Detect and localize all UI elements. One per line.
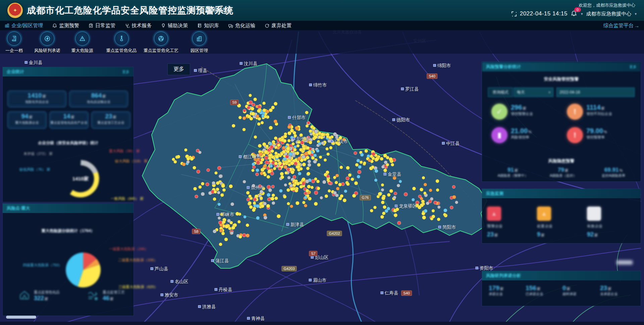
subnav-item-5[interactable]: 重点监管危化工艺 [144,32,178,54]
emergency-value: 23家 [487,231,498,238]
process-icon [87,289,99,302]
archive-book-icon [7,32,21,46]
chevron-down-icon[interactable]: ▾ [581,12,583,16]
app-title: 成都市化工危险化学品安全风险管控监测预警系统 [27,4,233,16]
enterprise-dot [260,197,263,200]
enterprise-dot [272,194,275,197]
enterprise-dot [304,204,307,207]
subnav-item-2[interactable]: 风险研判承诺 [34,32,60,54]
pie-segment-label: 一级重大危险源（245） [109,247,148,252]
nav-item-7[interactable]: 危化运输 [224,21,260,30]
enterprise-dot [381,201,385,204]
city-marker-icon [384,173,386,175]
donut-segment-label: 未评级（272） 家 [23,151,53,156]
enterprise-dot [397,221,401,225]
subnav-item-3[interactable]: 重大危险源 [71,32,93,54]
hidden-danger-stat: 91家A级隐患（预警中） [489,167,536,178]
enterprise-dot [368,159,371,162]
nav-item-2[interactable]: 监测预警 [48,21,84,30]
enterprise-dot [253,98,257,101]
map-city-label: 罗江县 [401,86,419,92]
nav-item-6[interactable]: 知识库 [193,21,224,30]
enterprise-dot [247,198,250,201]
nav-item-3[interactable]: 日常监管 [84,21,120,30]
subnav-item-4[interactable]: 重点监管危化品 [106,32,137,54]
map-city-label: 仁寿县 [381,290,398,296]
enterprise-dot [258,144,262,148]
pie-segment-label: 二级重大危险源（106） [118,258,157,263]
enterprise-dot [222,220,225,224]
enterprise-dot [280,175,284,179]
enterprise-dot [308,197,312,201]
enterprise-dot [432,215,435,218]
enterprise-dot [261,121,264,124]
system-nav-toggle[interactable]: 系统导航 [205,7,232,13]
enterprise-dot [371,165,374,169]
enterprise-dot [213,229,216,233]
nav-item-label: 废弃处置 [271,22,291,29]
nav-item-5[interactable]: 辅助决策 [156,21,193,30]
enterprise-dot [264,150,268,154]
filter-date-input[interactable]: 2022-04-16 [556,88,635,97]
enterprise-dot [230,202,234,206]
nav-item-8[interactable]: 废弃处置 [260,21,296,30]
panel-title: 企业统计 [7,69,24,75]
clipboard-icon [89,23,93,28]
panel-more-link[interactable]: 更多 [629,64,637,69]
panel-commitment-analysis: 风险研判承诺分析 179家承诺企业156家已承诺企业0家超时承诺23家未承诺企业 [482,271,641,306]
enterprise-dot [313,160,317,164]
fullscreen-icon[interactable] [512,11,517,16]
enterprise-dot [271,185,274,188]
city-marker-icon [309,279,312,281]
truck-icon [228,23,233,28]
enterprise-dot [346,166,350,170]
notification-bell[interactable]: 0 [571,10,578,17]
enterprise-dot [251,169,254,172]
app-header: ✦ 成都市化工危险化学品安全风险管控监测预警系统 系统导航 欢迎您，成都市应急救… [0,0,644,21]
campus-icon [192,32,206,46]
enterprise-dot [278,161,282,165]
enterprise-dot [304,196,307,199]
horizontal-scrollbar-thumb[interactable] [6,316,36,319]
user-menu[interactable]: 成都市应急救援中心 [586,11,631,17]
subnav-item-1[interactable]: 一企一档 [5,32,23,54]
map-city-label: 都江堰市 [239,154,261,160]
subnav-item-6[interactable]: 园区管理 [191,32,208,54]
warning-grid-stat: 79.00%管控预警率 [586,127,607,140]
enterprise-dot [335,194,338,197]
bottom-scrollbar-track [0,322,644,325]
enterprise-dot [455,201,458,204]
book-icon [197,23,202,28]
donut-center-label: 1410家 [72,176,89,182]
nav-item-label: 监测预警 [59,22,79,29]
enterprise-dot [217,191,220,194]
panel-more-link[interactable]: 更多 [122,69,129,74]
enterprise-dot [249,94,252,97]
enterprise-dot [253,202,256,205]
home-shield-icon [18,289,31,302]
platform-link[interactable]: 综合监管平台→ [603,21,639,30]
enterprise-dot [384,161,388,164]
map-city-label: 彭州市 [292,136,310,142]
notification-badge: 0 [574,7,581,12]
enterprise-dot [358,170,361,174]
chevron-down-icon[interactable]: ▾ [635,12,637,16]
nav-item-label: 日常监管 [95,22,115,29]
map-city-label: 汶川县 [240,61,258,67]
enterprise-dot [230,231,233,235]
map-more-button[interactable]: 更多 [168,64,190,75]
enterprise-dot [248,201,252,205]
enterprise-dot [216,181,220,185]
enterprise-dot [443,209,447,212]
enterprise-dot [430,197,433,201]
filter-mode-select[interactable]: 每天▾ [514,88,553,97]
nav-item-1[interactable]: 企业/园区管理 [0,21,48,30]
enterprise-dot [261,204,264,208]
nav-item-4[interactable]: 技术服务 [120,21,156,30]
enterprise-dot [274,137,277,140]
enterprise-dot [314,129,318,133]
blurred-map-label [616,260,633,265]
map-city-label: 简阳市 [438,224,456,230]
enterprise-dot [306,124,309,127]
enterprise-dot [299,148,302,151]
